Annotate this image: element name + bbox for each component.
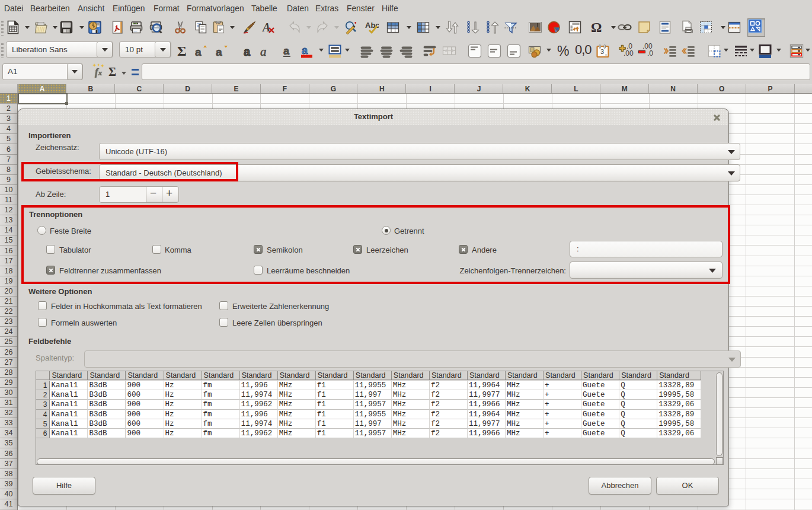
svg-text:%: % <box>557 44 569 58</box>
svg-text:Ω: Ω <box>591 20 602 34</box>
svg-text:a: a <box>260 44 267 58</box>
svg-text:Σ: Σ <box>177 44 187 58</box>
svg-text:a: a <box>216 46 222 58</box>
svg-text:Abc: Abc <box>365 21 379 30</box>
svg-text:a: a <box>244 45 251 58</box>
svg-text:3: 3 <box>600 48 604 55</box>
svg-text:a: a <box>302 44 308 56</box>
svg-text:a: a <box>283 45 290 57</box>
svg-text:a: a <box>195 46 202 58</box>
